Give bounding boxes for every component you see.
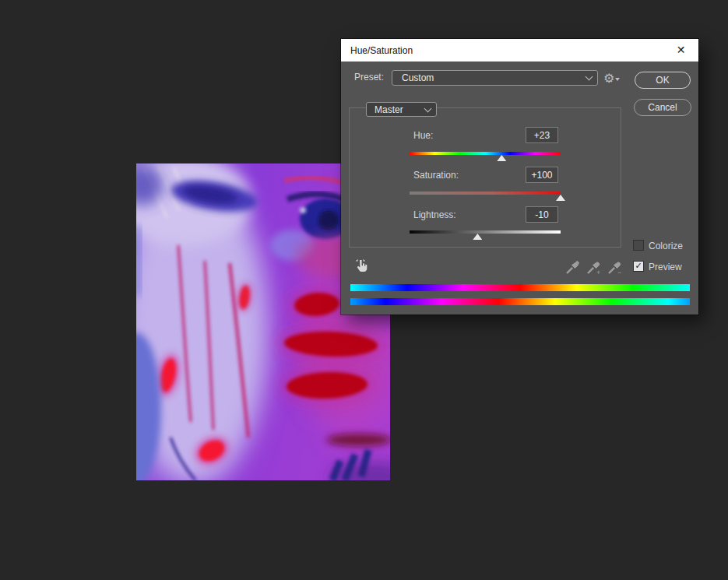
lightness-label: Lightness: bbox=[413, 209, 456, 220]
saturation-slider-track[interactable] bbox=[410, 192, 561, 195]
hue-saturation-dialog: Hue/Saturation ✕ Preset: Custom ⚙ OK Can… bbox=[341, 39, 698, 315]
lightness-slider-track[interactable] bbox=[410, 230, 561, 234]
preset-label: Preset: bbox=[354, 72, 384, 83]
output-hue-spectrum-bar bbox=[350, 298, 690, 305]
colorize-label: Colorize bbox=[649, 241, 683, 251]
colorize-checkbox[interactable] bbox=[633, 240, 644, 251]
channel-value: Master bbox=[375, 104, 403, 115]
channel-group-panel bbox=[349, 107, 621, 248]
hue-slider-track[interactable] bbox=[410, 152, 561, 155]
preset-value: Custom bbox=[402, 72, 434, 83]
preset-dropdown[interactable]: Custom bbox=[392, 70, 598, 86]
saturation-label: Saturation: bbox=[413, 170, 459, 181]
saturation-value-input[interactable] bbox=[526, 167, 558, 183]
preview-label: Preview bbox=[649, 262, 682, 272]
dialog-titlebar[interactable]: Hue/Saturation ✕ bbox=[341, 39, 698, 62]
photoshop-workspace: { "window": { "title": "Hue/Saturation",… bbox=[0, 0, 728, 580]
preview-checkbox[interactable]: ✓ bbox=[633, 261, 644, 272]
eyedropper-plus-icon[interactable]: + bbox=[586, 258, 603, 276]
chevron-down-icon bbox=[424, 104, 432, 112]
preset-options-gear-icon[interactable]: ⚙ bbox=[603, 69, 624, 86]
eyedropper-icon[interactable] bbox=[564, 258, 582, 276]
cancel-button[interactable]: Cancel bbox=[634, 99, 691, 116]
on-image-adjustment-hand-icon[interactable] bbox=[353, 256, 371, 275]
svg-text:+: + bbox=[596, 269, 600, 276]
hue-label: Hue: bbox=[413, 130, 433, 141]
lightness-value-input[interactable] bbox=[526, 206, 558, 223]
ok-button[interactable]: OK bbox=[635, 72, 691, 89]
eyedropper-minus-icon[interactable]: − bbox=[607, 258, 624, 276]
gear-menu-arrow-icon bbox=[615, 78, 620, 81]
close-icon[interactable]: ✕ bbox=[663, 39, 698, 62]
svg-text:−: − bbox=[617, 269, 621, 276]
dialog-title: Hue/Saturation bbox=[350, 45, 413, 56]
chevron-down-icon bbox=[586, 73, 593, 81]
hue-value-input[interactable] bbox=[526, 127, 558, 143]
dialog-body: Preset: Custom ⚙ OK Cancel Master Hue: S… bbox=[341, 62, 698, 315]
channel-dropdown[interactable]: Master bbox=[366, 102, 437, 117]
input-hue-spectrum-bar bbox=[350, 284, 690, 291]
